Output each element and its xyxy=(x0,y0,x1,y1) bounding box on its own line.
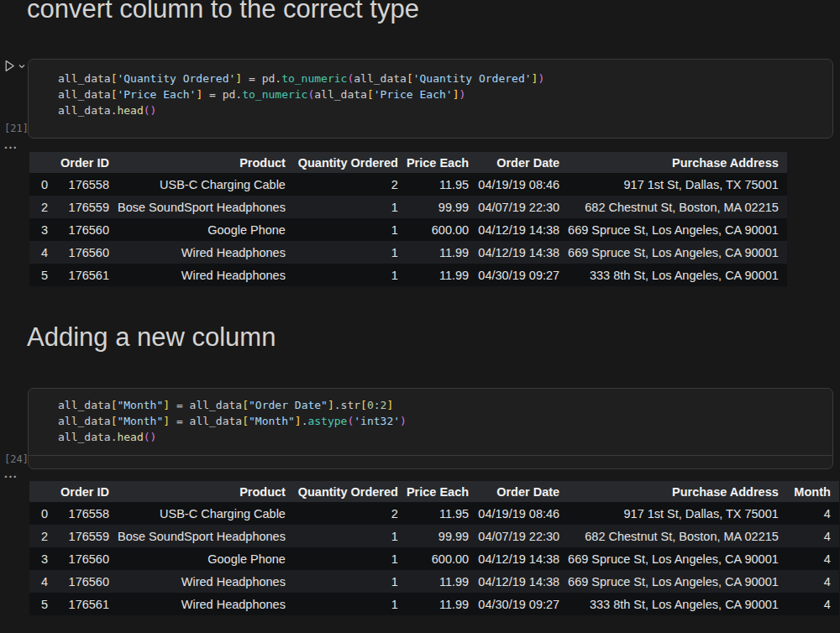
table-cell: Wired Headphones xyxy=(118,241,294,264)
table-cell: 1 xyxy=(294,196,407,218)
column-header xyxy=(29,481,55,502)
table-cell: 0 xyxy=(29,502,55,525)
column-header: Purchase Address xyxy=(568,152,787,173)
chevron-down-icon[interactable] xyxy=(18,59,26,74)
table-cell: 4 xyxy=(29,241,55,264)
table-cell: 4 xyxy=(787,547,839,570)
table-cell: USB-C Charging Cable xyxy=(118,173,294,196)
code-line: all_data['Price Each'] = pd.to_numeric(a… xyxy=(58,86,832,102)
table-cell: 04/19/19 08:46 xyxy=(477,173,568,196)
code-cell-1[interactable]: all_data['Quantity Ordered'] = pd.to_num… xyxy=(28,59,833,139)
code-line: all_data["Month"] = all_data["Order Date… xyxy=(58,397,832,413)
table-cell: 11.95 xyxy=(407,502,477,525)
table-cell: 669 Spruce St, Los Angeles, CA 90001 xyxy=(568,241,787,264)
code-editor-2[interactable]: all_data["Month"] = all_data["Order Date… xyxy=(29,389,832,445)
column-header: Product xyxy=(118,152,294,173)
column-header: Quantity Ordered xyxy=(294,152,407,173)
column-header: Price Each xyxy=(407,481,477,502)
table-cell: 600.00 xyxy=(407,547,477,570)
table-cell: 4 xyxy=(787,593,839,615)
table-cell: 1 xyxy=(294,593,407,615)
column-header xyxy=(29,152,55,173)
table-cell: 4 xyxy=(787,525,839,547)
table-cell: Google Phone xyxy=(118,218,294,241)
table-cell: 4 xyxy=(787,502,839,525)
table-cell: 176561 xyxy=(55,264,118,286)
table-cell: 11.99 xyxy=(407,570,477,593)
table-cell: Wired Headphones xyxy=(118,593,294,615)
table-cell: 04/12/19 14:38 xyxy=(477,570,568,593)
table-row: 5176561Wired Headphones111.9904/30/19 09… xyxy=(29,593,839,615)
table-cell: 04/12/19 14:38 xyxy=(477,218,568,241)
table-cell: Bose SoundSport Headphones xyxy=(118,196,294,218)
table-row: 0176558USB-C Charging Cable211.9504/19/1… xyxy=(29,173,787,196)
table-row: 5176561Wired Headphones111.9904/30/19 09… xyxy=(29,264,787,286)
table-cell: 5 xyxy=(29,264,55,286)
table-cell: 1 xyxy=(294,547,407,570)
table-cell: 669 Spruce St, Los Angeles, CA 90001 xyxy=(568,547,787,570)
run-cell-button[interactable] xyxy=(3,59,26,76)
table-cell: 3 xyxy=(29,218,55,241)
table-cell: 2 xyxy=(294,502,407,525)
table-cell: 600.00 xyxy=(407,218,477,241)
table-cell: Wired Headphones xyxy=(118,570,294,593)
code-line: all_data['Quantity Ordered'] = pd.to_num… xyxy=(58,71,832,86)
table-cell: 2 xyxy=(29,525,55,547)
table-cell: 99.99 xyxy=(407,196,477,218)
table-cell: 333 8th St, Los Angeles, CA 90001 xyxy=(568,264,787,286)
table-cell: 11.99 xyxy=(407,593,477,615)
table-cell: Wired Headphones xyxy=(118,264,294,286)
code-line: all_data["Month"] = all_data["Month"].as… xyxy=(58,413,832,429)
column-header: Order Date xyxy=(477,152,568,173)
execution-count-1: [21] xyxy=(4,123,29,134)
table-cell: 4 xyxy=(787,570,839,593)
cell-divider xyxy=(29,455,832,456)
table-cell: 04/07/19 22:30 xyxy=(477,525,568,547)
code-editor-1[interactable]: all_data['Quantity Ordered'] = pd.to_num… xyxy=(29,60,832,118)
column-header: Product xyxy=(118,481,294,502)
column-header: Quantity Ordered xyxy=(294,481,407,502)
table-cell: 04/19/19 08:46 xyxy=(477,502,568,525)
table-cell: 04/12/19 14:38 xyxy=(477,241,568,264)
column-header: Purchase Address xyxy=(568,481,787,502)
table-cell: 04/30/19 09:27 xyxy=(477,264,568,286)
table-cell: 1 xyxy=(294,218,407,241)
table-cell: 04/12/19 14:38 xyxy=(477,547,568,570)
table-row: 0176558USB-C Charging Cable211.9504/19/1… xyxy=(29,502,839,525)
table-cell: 04/30/19 09:27 xyxy=(477,593,568,615)
table-cell: 11.95 xyxy=(407,173,477,196)
markdown-heading-adding-column: Adding a new column xyxy=(27,322,276,353)
table-cell: USB-C Charging Cable xyxy=(118,502,294,525)
dataframe-output-2: Order IDProductQuantity OrderedPrice Eac… xyxy=(29,481,839,615)
column-header: Order Date xyxy=(477,481,568,502)
table-cell: Google Phone xyxy=(118,547,294,570)
output-options-icon[interactable]: ... xyxy=(4,465,18,482)
table-cell: Bose SoundSport Headphones xyxy=(118,525,294,547)
table-cell: 917 1st St, Dallas, TX 75001 xyxy=(568,502,787,525)
table-cell: 176560 xyxy=(55,570,118,593)
table-cell: 176559 xyxy=(55,196,118,218)
table-cell: 669 Spruce St, Los Angeles, CA 90001 xyxy=(568,570,787,593)
table-cell: 176560 xyxy=(55,547,118,570)
table-cell: 682 Chestnut St, Boston, MA 02215 xyxy=(568,196,787,218)
table-cell: 176560 xyxy=(55,218,118,241)
table-header-row: Order IDProductQuantity OrderedPrice Eac… xyxy=(29,481,839,502)
code-line: all_data.head() xyxy=(58,102,832,118)
table-cell: 0 xyxy=(29,173,55,196)
column-header: Order ID xyxy=(55,481,118,502)
table-cell: 11.99 xyxy=(407,241,477,264)
column-header: Month xyxy=(787,481,839,502)
table-cell: 669 Spruce St, Los Angeles, CA 90001 xyxy=(568,218,787,241)
table-row: 2176559Bose SoundSport Headphones199.990… xyxy=(29,525,839,547)
output-options-icon[interactable]: ... xyxy=(4,136,18,153)
table-row: 4176560Wired Headphones111.9904/12/19 14… xyxy=(29,570,839,593)
table-cell: 1 xyxy=(294,241,407,264)
table-row: 2176559Bose SoundSport Headphones199.990… xyxy=(29,196,787,218)
table-cell: 11.99 xyxy=(407,264,477,286)
table-cell: 99.99 xyxy=(407,525,477,547)
table-row: 3176560Google Phone1600.0004/12/19 14:38… xyxy=(29,547,839,570)
table-header-row: Order IDProductQuantity OrderedPrice Eac… xyxy=(29,152,787,173)
code-cell-2[interactable]: all_data["Month"] = all_data["Order Date… xyxy=(28,388,833,469)
table-cell: 176559 xyxy=(55,525,118,547)
table-cell: 5 xyxy=(29,593,55,615)
